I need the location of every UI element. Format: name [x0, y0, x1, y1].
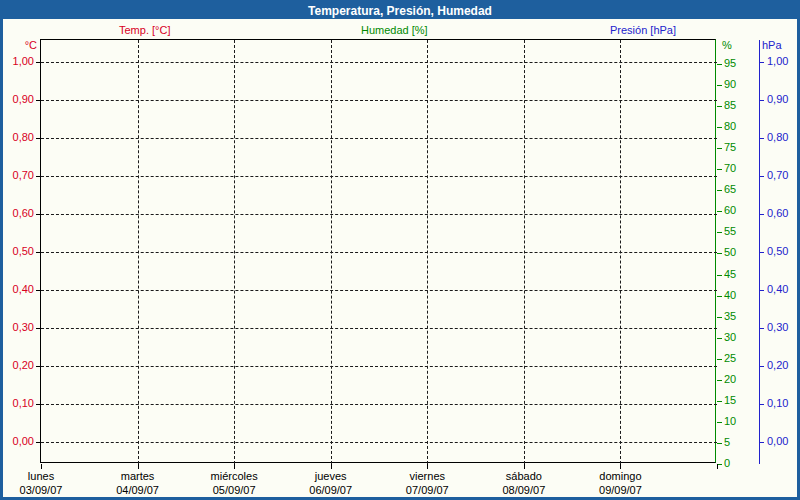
- day-date-label: 06/09/07: [309, 484, 352, 497]
- gridline-horizontal: [41, 290, 717, 291]
- pressure-axis-tick: [759, 252, 764, 253]
- temperature-axis-tick: [36, 252, 41, 253]
- temperature-axis-tick: [36, 442, 41, 443]
- humidity-axis-tick: [717, 106, 722, 107]
- day-date-label: 05/09/07: [213, 484, 256, 497]
- humidity-axis-unit: %: [722, 39, 732, 51]
- gridline-horizontal: [41, 252, 717, 253]
- pressure-axis-tick-label: 0,40: [767, 283, 788, 296]
- humidity-axis-tick-label: 75: [724, 141, 736, 154]
- humidity-axis-tick: [717, 338, 722, 339]
- day-name-label: jueves: [315, 470, 347, 483]
- temperature-axis-tick-label: 0,40: [0, 283, 34, 296]
- legend-temperature-label: Temp. [°C]: [119, 24, 170, 36]
- temperature-axis-tick: [36, 214, 41, 215]
- day-name-label: viernes: [410, 470, 445, 483]
- weather-chart-window: Temperatura, Presión, Humedad Temp. [°C]…: [0, 0, 800, 500]
- humidity-axis-tick: [717, 232, 722, 233]
- humidity-axis-tick-label: 35: [724, 310, 736, 323]
- humidity-axis-tick: [717, 127, 722, 128]
- gridline-horizontal: [41, 100, 717, 101]
- humidity-axis-tick: [717, 85, 722, 86]
- day-axis-tick: [138, 464, 139, 469]
- humidity-axis-tick-label: 45: [724, 268, 736, 281]
- pressure-axis-tick-label: 0,90: [767, 93, 788, 106]
- pressure-axis-tick: [759, 176, 764, 177]
- day-axis-tick: [717, 464, 718, 469]
- pressure-axis-tick-label: 0,80: [767, 131, 788, 144]
- humidity-axis-tick: [717, 443, 722, 444]
- day-axis-tick: [234, 464, 235, 469]
- gridline-vertical: [620, 40, 621, 464]
- pressure-axis-tick-label: 0,30: [767, 321, 788, 334]
- legend-pressure-label: Presión [hPa]: [610, 24, 676, 36]
- gridline-vertical: [524, 40, 525, 464]
- pressure-axis-tick: [759, 138, 764, 139]
- day-date-label: 08/09/07: [502, 484, 545, 497]
- gridline-vertical: [331, 40, 332, 464]
- temperature-axis-tick: [36, 176, 41, 177]
- humidity-axis-tick-label: 80: [724, 120, 736, 133]
- humidity-axis-tick: [717, 253, 722, 254]
- humidity-axis-tick: [717, 211, 722, 212]
- humidity-axis-tick: [717, 401, 722, 402]
- humidity-axis-tick-label: 30: [724, 331, 736, 344]
- humidity-axis-tick: [717, 422, 722, 423]
- humidity-axis-tick: [717, 296, 722, 297]
- day-name-label: miércoles: [211, 470, 258, 483]
- day-date-label: 07/09/07: [406, 484, 449, 497]
- temperature-axis-tick: [36, 366, 41, 367]
- temperature-axis-tick-label: 0,20: [0, 359, 34, 372]
- day-axis-tick: [524, 464, 525, 469]
- humidity-axis-tick-label: 25: [724, 352, 736, 365]
- temperature-axis-tick-label: 0,00: [0, 435, 34, 448]
- gridline-horizontal: [41, 404, 717, 405]
- temperature-axis-tick-label: 0,10: [0, 397, 34, 410]
- pressure-axis-unit: hPa: [762, 39, 782, 51]
- temperature-axis-tick: [36, 62, 41, 63]
- day-date-label: 04/09/07: [116, 484, 159, 497]
- legend-humidity-label: Humedad [%]: [361, 24, 428, 36]
- pressure-axis-tick-label: 0,60: [767, 207, 788, 220]
- pressure-axis-tick-label: 0,70: [767, 169, 788, 182]
- humidity-axis-tick-label: 65: [724, 183, 736, 196]
- temperature-axis-tick-label: 0,90: [0, 93, 34, 106]
- gridline-horizontal: [41, 328, 717, 329]
- humidity-axis-tick-label: 10: [724, 415, 736, 428]
- gridline-horizontal: [41, 366, 717, 367]
- temperature-axis-tick-label: 0,30: [0, 321, 34, 334]
- humidity-axis-tick: [717, 359, 722, 360]
- pressure-axis-tick: [759, 62, 764, 63]
- humidity-axis-tick-label: 55: [724, 225, 736, 238]
- humidity-axis-tick-label: 95: [724, 57, 736, 70]
- humidity-axis-tick: [717, 169, 722, 170]
- humidity-axis-tick-label: 5: [724, 436, 730, 449]
- temperature-axis-tick: [36, 328, 41, 329]
- humidity-axis-tick-label: 0: [724, 457, 730, 470]
- humidity-axis-tick: [717, 380, 722, 381]
- humidity-axis-tick-label: 70: [724, 162, 736, 175]
- humidity-axis-tick-label: 40: [724, 289, 736, 302]
- pressure-axis-tick-label: 0,00: [767, 435, 788, 448]
- day-date-label: 03/09/07: [20, 484, 63, 497]
- humidity-axis-tick: [717, 64, 722, 65]
- humidity-axis-tick: [717, 148, 722, 149]
- humidity-axis-tick: [717, 190, 722, 191]
- temperature-axis-tick-label: 0,80: [0, 131, 34, 144]
- pressure-axis-tick-label: 0,10: [767, 397, 788, 410]
- humidity-axis-tick-label: 85: [724, 99, 736, 112]
- day-name-label: domingo: [599, 470, 641, 483]
- gridline-vertical: [427, 40, 428, 464]
- temperature-axis-tick: [36, 290, 41, 291]
- pressure-axis-tick: [759, 328, 764, 329]
- gridline-horizontal: [41, 138, 717, 139]
- window-titlebar: Temperatura, Presión, Humedad: [3, 3, 797, 19]
- pressure-axis-tick: [759, 442, 764, 443]
- humidity-axis-tick-label: 50: [724, 246, 736, 259]
- humidity-axis-tick-label: 90: [724, 78, 736, 91]
- humidity-axis-tick-label: 20: [724, 373, 736, 386]
- temperature-axis-tick: [36, 138, 41, 139]
- temperature-axis-tick-label: 0,60: [0, 207, 34, 220]
- pressure-axis-tick-label: 0,20: [767, 359, 788, 372]
- humidity-axis-tick: [717, 275, 722, 276]
